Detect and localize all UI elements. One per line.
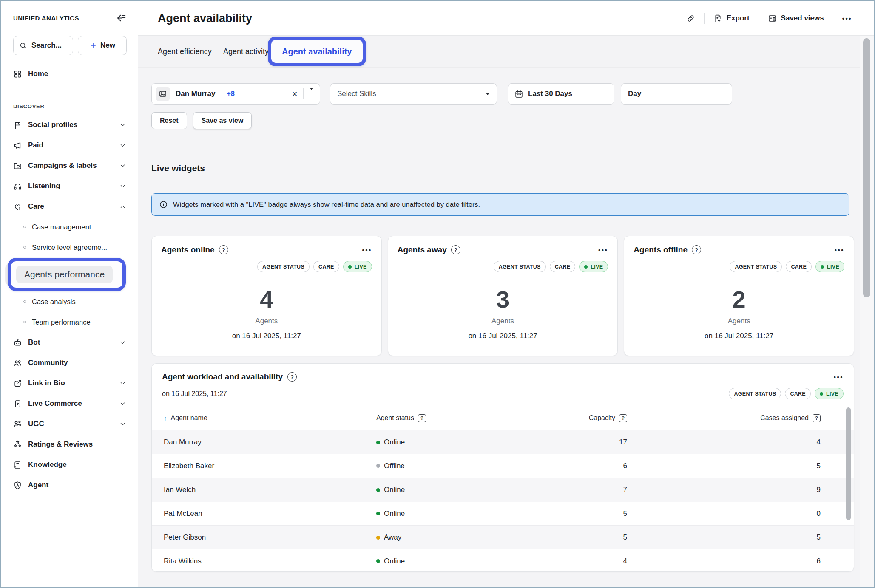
search-icon bbox=[19, 42, 27, 50]
sort-ascending-icon bbox=[164, 415, 167, 422]
sidebar-item[interactable]: Link in Bio bbox=[1, 373, 138, 393]
sidebar-item[interactable]: Live Commerce bbox=[1, 393, 138, 414]
badge-agent-status: AGENT STATUS bbox=[494, 261, 546, 272]
calendar-icon bbox=[514, 90, 523, 99]
column-header-capacity[interactable]: Capacity bbox=[568, 414, 627, 422]
cell-cases-assigned: 9 bbox=[627, 486, 842, 494]
sidebar-subitem[interactable]: Case analysis bbox=[1, 291, 138, 312]
chevron-down-icon bbox=[119, 339, 126, 346]
scroll-area: Dan Murray +8 Select Skills Las bbox=[138, 68, 860, 587]
profile-filter-more-count[interactable]: +8 bbox=[227, 90, 235, 98]
tab-agent-availability-annotated[interactable]: Agent availability bbox=[268, 37, 366, 66]
question-icon[interactable] bbox=[418, 414, 426, 422]
sidebar-item[interactable]: UGC bbox=[1, 414, 138, 434]
column-header-agent-name[interactable]: Agent name bbox=[164, 414, 376, 422]
question-icon[interactable] bbox=[812, 414, 821, 422]
export-button[interactable]: Export bbox=[705, 14, 759, 23]
live-info-banner-text: Widgets marked with a "LIVE" badge alway… bbox=[173, 201, 480, 209]
sidebar-item[interactable]: Listening bbox=[1, 176, 138, 196]
new-button[interactable]: New bbox=[78, 36, 127, 55]
sidebar-subitem-label: Case analysis bbox=[32, 298, 76, 306]
chevron-down-icon bbox=[119, 203, 126, 210]
profile-filter[interactable]: Dan Murray +8 bbox=[151, 83, 320, 105]
widget-menu-button[interactable] bbox=[362, 246, 372, 254]
question-icon[interactable] bbox=[619, 414, 627, 422]
live-info-banner: Widgets marked with a "LIVE" badge alway… bbox=[151, 193, 849, 216]
stat-card-badges: AGENT STATUS CARE LIVE bbox=[634, 261, 844, 272]
sidebar-item[interactable]: Bot bbox=[1, 332, 138, 353]
saved-views-button[interactable]: Saved views bbox=[759, 14, 833, 23]
widget-menu-button[interactable] bbox=[835, 246, 844, 254]
search-input[interactable]: Search... bbox=[13, 36, 73, 55]
save-as-view-button[interactable]: Save as view bbox=[193, 112, 252, 129]
badge-agent-status: AGENT STATUS bbox=[730, 261, 782, 272]
column-header-cases-assigned[interactable]: Cases assigned bbox=[627, 414, 842, 422]
profile-filter-value: Dan Murray bbox=[176, 90, 216, 98]
granularity-filter[interactable]: Day bbox=[621, 83, 732, 105]
cell-agent-status: Away bbox=[376, 533, 568, 542]
question-icon[interactable] bbox=[692, 245, 701, 254]
avatar bbox=[156, 87, 170, 101]
skills-filter[interactable]: Select Skills bbox=[330, 83, 497, 105]
table-scrollbar[interactable] bbox=[846, 407, 851, 520]
stat-card-badges: AGENT STATUS CARE LIVE bbox=[398, 261, 608, 272]
folder-tag-icon bbox=[13, 161, 22, 170]
status-dot bbox=[376, 464, 380, 468]
question-icon[interactable] bbox=[451, 245, 460, 254]
sidebar-nav: Social profiles Paid Campaigns & labels … bbox=[1, 115, 138, 495]
stat-cards: Agents online AGENT STATUS CARE LIVE 4 A… bbox=[151, 236, 854, 356]
copy-link-button[interactable] bbox=[677, 14, 704, 23]
stat-card-title: Agents online bbox=[161, 245, 215, 254]
community-icon bbox=[13, 359, 22, 368]
caret-down-icon bbox=[486, 93, 490, 95]
reset-button[interactable]: Reset bbox=[151, 112, 187, 129]
sidebar-item[interactable]: Paid bbox=[1, 135, 138, 155]
stat-card-unit: Agents bbox=[398, 317, 608, 325]
stat-card-timestamp: on 16 Jul 2025, 11:27 bbox=[398, 332, 608, 340]
bullet-icon bbox=[23, 300, 26, 303]
stat-card-value: 2 bbox=[634, 288, 844, 311]
date-range-filter[interactable]: Last 30 Days bbox=[508, 83, 614, 105]
sidebar-subitem-highlighted[interactable]: Agents performance bbox=[1, 257, 138, 291]
skills-filter-placeholder: Select Skills bbox=[337, 90, 376, 98]
tab-agent-efficiency[interactable]: Agent efficiency bbox=[158, 36, 212, 68]
page-header: Agent availability Export Saved views bbox=[138, 1, 874, 36]
cell-agent-name: Ian Welch bbox=[164, 486, 376, 494]
widget-menu-button[interactable] bbox=[598, 246, 608, 254]
question-icon[interactable] bbox=[287, 372, 297, 382]
stat-card-value: 3 bbox=[398, 288, 608, 311]
column-header-agent-status[interactable]: Agent status bbox=[376, 414, 568, 422]
sidebar-item-home[interactable]: Home bbox=[1, 64, 138, 84]
caret-down-icon[interactable] bbox=[304, 90, 320, 98]
sidebar-subitem-label: Service level agreeme... bbox=[32, 243, 107, 252]
more-options-button[interactable] bbox=[833, 15, 861, 22]
collapse-sidebar-icon[interactable] bbox=[116, 13, 127, 23]
sidebar-item-label: Bot bbox=[28, 338, 119, 347]
sidebar: UNIFIED ANALYTICS Search... New Home DIS… bbox=[1, 1, 138, 587]
table-row: Peter Gibson Away 5 5 bbox=[152, 526, 854, 549]
cell-capacity: 5 bbox=[568, 509, 627, 518]
sidebar-item-label: Community bbox=[28, 359, 119, 367]
widget-menu-button[interactable] bbox=[834, 373, 844, 381]
sidebar-item[interactable]: Campaigns & labels bbox=[1, 155, 138, 176]
cell-cases-assigned: 6 bbox=[627, 557, 842, 565]
sidebar-subitem[interactable]: Service level agreeme... bbox=[1, 237, 138, 257]
cell-agent-status: Online bbox=[376, 509, 568, 518]
sidebar-item[interactable]: Knowledge bbox=[1, 455, 138, 475]
tab-agent-activity[interactable]: Agent activity bbox=[223, 36, 269, 68]
stat-card-value: 4 bbox=[161, 288, 372, 311]
sidebar-subitem[interactable]: Team performance bbox=[1, 312, 138, 332]
sidebar-item[interactable]: Social profiles bbox=[1, 115, 138, 135]
sidebar-item[interactable]: Agent bbox=[1, 475, 138, 495]
sidebar-item[interactable]: Community bbox=[1, 353, 138, 373]
cell-cases-assigned: 5 bbox=[627, 533, 842, 542]
badge-care: CARE bbox=[313, 261, 339, 272]
close-icon[interactable] bbox=[287, 90, 303, 98]
cell-agent-status: Online bbox=[376, 557, 568, 565]
badge-care: CARE bbox=[550, 261, 576, 272]
question-icon[interactable] bbox=[219, 245, 228, 254]
sidebar-item[interactable]: Care bbox=[1, 196, 138, 217]
page-scrollbar[interactable] bbox=[863, 38, 870, 297]
sidebar-item[interactable]: Ratings & Reviews bbox=[1, 434, 138, 455]
sidebar-subitem[interactable]: Case management bbox=[1, 217, 138, 237]
